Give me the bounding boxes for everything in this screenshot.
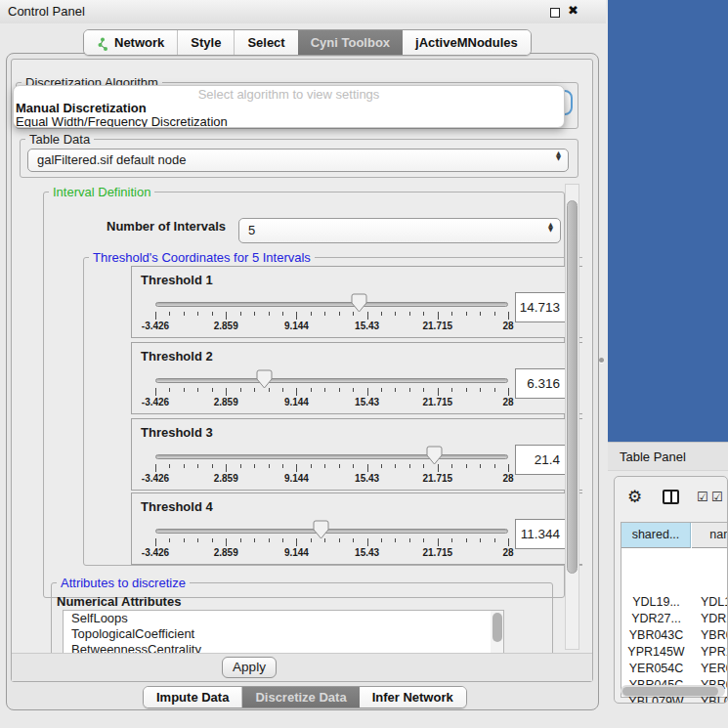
- slider-tick-label: 28: [502, 473, 513, 484]
- slider-tick: [381, 388, 382, 392]
- popup-item-equal-width-frequency[interactable]: Equal Width/Frequency Discretization: [14, 115, 564, 128]
- slider-tick-label: 28: [502, 321, 513, 331]
- slider-tick-label: 21.715: [423, 321, 453, 331]
- table-panel-title: Table Panel: [620, 450, 686, 464]
- tab-impute-data[interactable]: Impute Data: [144, 687, 242, 707]
- cell-name: YPR1: [692, 644, 728, 661]
- table-data-combobox[interactable]: galFiltered.sif default node ▲▼: [27, 149, 569, 172]
- checkbox-checked-icon[interactable]: ☑: [697, 490, 708, 504]
- numerical-attributes-label: Numerical Attributes: [57, 594, 181, 609]
- threshold-value-field[interactable]: 21.4: [515, 445, 566, 475]
- list-item[interactable]: TopologicalCoefficient: [64, 626, 503, 642]
- threshold-value-field[interactable]: 6.316: [515, 368, 566, 399]
- slider-tick-label: 9.144: [284, 397, 309, 407]
- slider-tick-label: 9.144: [284, 321, 309, 331]
- threshold-slider-thumb[interactable]: [426, 446, 443, 465]
- popup-item-manual-discretization[interactable]: Manual Discretization: [14, 102, 564, 115]
- list-item[interactable]: SelfLoops: [64, 611, 503, 626]
- network-icon: [97, 35, 109, 50]
- slider-tick: [508, 388, 509, 396]
- slider-tick: [282, 464, 283, 468]
- tab-cyni-toolbox[interactable]: Cyni Toolbox: [298, 30, 403, 55]
- slider-tick: [339, 388, 340, 392]
- slider-tick: [240, 312, 241, 316]
- tab-discretize-data[interactable]: Discretize Data: [242, 687, 359, 707]
- app-root: Control Panel ✖ NetworkStyleSelectCyni T…: [0, 0, 728, 728]
- table-row[interactable]: YBR043CYBR0: [621, 627, 728, 644]
- slider-tick: [269, 464, 270, 468]
- table-row[interactable]: YER054CYER0: [621, 661, 728, 677]
- slider-tick: [184, 312, 185, 316]
- cell-name: YBR0: [692, 627, 728, 644]
- tab-label: Cyni Toolbox: [311, 30, 390, 55]
- list-item[interactable]: BetweennessCentrality: [64, 642, 503, 653]
- slider-tick: [466, 388, 467, 392]
- slider-tick: [212, 388, 213, 392]
- slider-tick: [480, 312, 481, 316]
- slider-tick: [395, 464, 396, 468]
- column-header-name[interactable]: name: [692, 523, 728, 548]
- cell-shared-name: YPR145W: [621, 644, 691, 661]
- tab-jactivemnodules[interactable]: jActiveMNodules: [403, 30, 531, 55]
- slider-tick-label: 2.859: [214, 547, 238, 558]
- slider-tick-label: 2.859: [214, 473, 238, 484]
- tab-network[interactable]: Network: [84, 30, 178, 55]
- interval-definition-group: Number of Intervals 5 ▲▼ Threshold 1-3.4…: [43, 192, 565, 598]
- threshold-slider-thumb[interactable]: [256, 369, 273, 389]
- tab-style[interactable]: Style: [178, 30, 235, 55]
- threshold-label: Threshold 2: [141, 349, 213, 364]
- tab-label: Infer Network: [372, 687, 453, 707]
- attributes-list-scrollbar[interactable]: [491, 611, 503, 653]
- slider-tick: [311, 538, 312, 542]
- slider-tick: [423, 538, 424, 542]
- slider-tick: [438, 388, 439, 396]
- column-header-shared-name[interactable]: shared...: [621, 523, 691, 548]
- threshold-label: Threshold 1: [141, 273, 213, 287]
- panel-title: Control Panel: [8, 4, 85, 19]
- threshold-label: Threshold 3: [141, 425, 213, 440]
- table-row[interactable]: YPR145WYPR1: [621, 644, 728, 661]
- slider-tick: [508, 464, 509, 472]
- threshold-panel: Threshold 2-3.4262.8599.14415.4321.71528…: [131, 342, 582, 414]
- split-columns-icon[interactable]: [663, 490, 679, 504]
- slider-tick: [353, 388, 354, 392]
- threshold-slider-track[interactable]: [155, 378, 508, 383]
- threshold-panel: Threshold 1-3.4262.8599.14415.4321.71528…: [131, 266, 582, 338]
- slider-tick-label: 9.144: [284, 473, 309, 484]
- slider-tick-label: 2.859: [214, 321, 238, 331]
- slider-tick: [155, 464, 156, 472]
- slider-tick: [480, 538, 481, 542]
- splitpane-grip[interactable]: [599, 358, 604, 363]
- top-tabstrip: NetworkStyleSelectCyni ToolboxjActiveMNo…: [83, 29, 532, 56]
- tab-select[interactable]: Select: [235, 30, 297, 55]
- threshold-slider-track[interactable]: [155, 454, 508, 459]
- slider-tick: [184, 388, 185, 392]
- table-row[interactable]: YDR27...YDR2: [621, 611, 728, 627]
- cell-name: YDR2: [692, 611, 728, 627]
- slider-tick: [353, 464, 354, 468]
- slider-tick: [381, 464, 382, 468]
- gear-icon[interactable]: ⚙: [627, 487, 642, 506]
- number-of-intervals-combobox[interactable]: 5 ▲▼: [238, 218, 561, 243]
- close-icon[interactable]: ✖: [568, 3, 578, 18]
- threshold-slider-thumb[interactable]: [351, 293, 367, 313]
- float-window-icon[interactable]: [550, 8, 560, 18]
- slider-tick: [367, 388, 368, 396]
- checkbox-checked-icon[interactable]: ☑: [711, 490, 723, 504]
- tab-label: Impute Data: [156, 687, 229, 707]
- numerical-attributes-list[interactable]: SelfLoopsTopologicalCoefficientBetweenne…: [63, 610, 504, 653]
- slider-tick: [480, 464, 481, 468]
- slider-tick: [169, 388, 170, 392]
- threshold-value-field[interactable]: 11.344: [515, 519, 566, 549]
- threshold-slider-track[interactable]: [155, 529, 508, 534]
- tab-label: Style: [191, 30, 221, 55]
- table-row[interactable]: YDL19...YDL1: [621, 594, 728, 611]
- threshold-slider-thumb[interactable]: [313, 520, 329, 539]
- threshold-slider-track[interactable]: [155, 302, 508, 307]
- threshold-value-field[interactable]: 14.713: [515, 292, 566, 322]
- slider-tick: [395, 538, 396, 542]
- vertical-scrollbar[interactable]: [565, 184, 579, 650]
- apply-button[interactable]: Apply: [222, 657, 277, 678]
- tab-infer-network[interactable]: Infer Network: [360, 687, 466, 707]
- horizontal-scrollbar[interactable]: [621, 685, 725, 697]
